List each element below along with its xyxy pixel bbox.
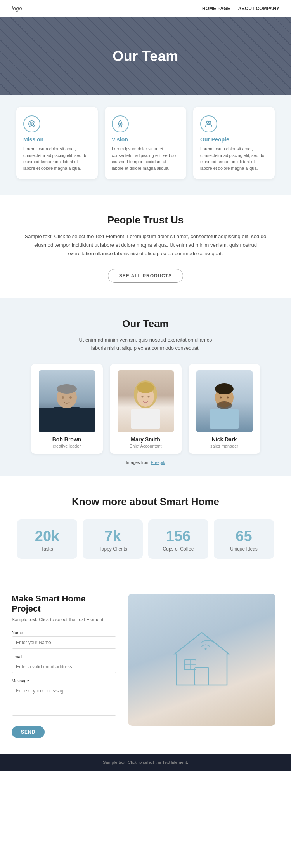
- footer-text: Sample text. Click to select the Text El…: [12, 760, 279, 765]
- rocket-icon: [112, 115, 129, 132]
- team-card-mary: Mary Smith Chief Accountant: [110, 364, 182, 454]
- freepik-note: Images from Freepik: [12, 460, 279, 465]
- svg-rect-7: [64, 407, 70, 423]
- stat-clients: 7k Happy Clients: [83, 519, 143, 559]
- clients-label: Happy Clients: [87, 546, 139, 552]
- contact-section: Make Smart Home Project Sample text. Cli…: [0, 574, 291, 754]
- nav-links: HOME PAGE ABOUT COMPANY: [202, 6, 279, 11]
- svg-point-1: [30, 122, 33, 125]
- svg-point-5: [209, 121, 211, 124]
- coffee-number: 156: [152, 528, 204, 545]
- nick-role: sales manager: [195, 444, 254, 448]
- stats-grid: 20k Tasks 7k Happy Clients 156 Cups of C…: [12, 519, 279, 559]
- message-textarea[interactable]: [12, 685, 116, 716]
- bob-photo: [39, 370, 95, 432]
- email-field-group: Email: [12, 654, 116, 673]
- name-field-group: Name: [12, 630, 116, 649]
- svg-rect-25: [195, 668, 209, 685]
- stat-tasks: 20k Tasks: [17, 519, 77, 559]
- logo: logo: [12, 5, 22, 12]
- stats-title: Know more about Smart Home: [12, 496, 279, 508]
- nav-home[interactable]: HOME PAGE: [202, 6, 230, 11]
- team-card-nick: Nick Dark sales manager: [189, 364, 260, 454]
- email-input[interactable]: [12, 661, 116, 673]
- svg-point-9: [57, 384, 77, 394]
- tasks-number: 20k: [21, 528, 73, 545]
- smart-home-image: [128, 594, 275, 726]
- trust-description: Sample text. Click to select the Text El…: [23, 232, 268, 258]
- stats-section: Know more about Smart Home 20k Tasks 7k …: [0, 476, 291, 574]
- svg-point-2: [31, 124, 32, 124]
- vision-text: Lorem ipsum dolor sit amet, consectetur …: [112, 146, 179, 171]
- vision-title: Vision: [112, 136, 179, 143]
- people-icon: [200, 115, 217, 132]
- contact-form-area: Make Smart Home Project Sample text. Cli…: [12, 594, 116, 738]
- nick-photo: [196, 370, 253, 432]
- name-label: Name: [12, 630, 116, 635]
- trust-title: People Trust Us: [23, 214, 268, 226]
- team-subtitle: Ut enim ad minim veniam, quis nostrud ex…: [72, 336, 219, 352]
- smart-home-illustration: [167, 625, 237, 695]
- ideas-number: 65: [218, 528, 270, 545]
- mission-card: Mission Lorem ipsum dolor sit amet, cons…: [16, 107, 98, 179]
- people-text: Lorem ipsum dolor sit amet, consectetur …: [200, 146, 268, 171]
- vision-card: Vision Lorem ipsum dolor sit amet, conse…: [105, 107, 186, 179]
- svg-point-10: [62, 396, 64, 399]
- trust-section: People Trust Us Sample text. Click to se…: [0, 195, 291, 298]
- svg-point-20: [215, 383, 234, 394]
- mission-text: Lorem ipsum dolor sit amet, consectetur …: [23, 146, 91, 171]
- clients-number: 7k: [87, 528, 139, 545]
- team-section: Our Team Ut enim ad minim veniam, quis n…: [0, 298, 291, 476]
- target-icon: [23, 115, 40, 132]
- contact-title: Make Smart Home Project: [12, 594, 116, 614]
- svg-point-21: [217, 401, 232, 409]
- svg-point-22: [220, 396, 222, 398]
- mary-photo: [118, 370, 174, 432]
- svg-point-15: [142, 396, 144, 397]
- email-label: Email: [12, 654, 116, 659]
- name-input[interactable]: [12, 636, 116, 649]
- svg-point-29: [205, 648, 207, 650]
- nick-name: Nick Dark: [195, 436, 254, 443]
- bob-role: creative leader: [37, 444, 97, 448]
- tasks-label: Tasks: [21, 546, 73, 552]
- navbar: logo HOME PAGE ABOUT COMPANY: [0, 0, 291, 17]
- svg-rect-6: [53, 407, 80, 429]
- nav-about[interactable]: ABOUT COMPANY: [238, 6, 279, 11]
- ideas-label: Unique Ideas: [218, 546, 270, 552]
- team-card-bob: Bob Brown creative leader: [31, 364, 103, 454]
- people-card: Our People Lorem ipsum dolor sit amet, c…: [193, 107, 275, 179]
- contact-subtitle: Sample text. Click to select the Text El…: [12, 617, 116, 622]
- mary-role: Chief Accountant: [116, 444, 175, 448]
- svg-point-11: [69, 396, 72, 399]
- mary-name: Mary Smith: [116, 436, 175, 443]
- svg-point-3: [120, 123, 121, 125]
- team-title: Our Team: [12, 318, 279, 330]
- svg-marker-24: [175, 633, 229, 685]
- team-grid: Bob Brown creative leader: [12, 364, 279, 454]
- people-title: Our People: [200, 136, 268, 143]
- message-field-group: Message: [12, 678, 116, 717]
- svg-point-0: [29, 121, 35, 127]
- coffee-label: Cups of Coffee: [152, 546, 204, 552]
- stat-coffee: 156 Cups of Coffee: [148, 519, 208, 559]
- svg-point-16: [148, 396, 150, 397]
- message-label: Message: [12, 678, 116, 683]
- footer: Sample text. Click to select the Text El…: [0, 754, 291, 771]
- svg-point-23: [227, 396, 229, 398]
- mission-title: Mission: [23, 136, 91, 143]
- svg-rect-18: [210, 409, 239, 429]
- hero-title: Our Team: [113, 48, 178, 64]
- stat-ideas: 65 Unique Ideas: [214, 519, 274, 559]
- svg-point-17: [137, 382, 154, 393]
- freepik-link[interactable]: Freepik: [151, 460, 165, 465]
- see-all-button[interactable]: SEE ALL PRODUCTS: [108, 269, 184, 283]
- send-button[interactable]: SEND: [12, 726, 45, 738]
- bob-name: Bob Brown: [37, 436, 97, 443]
- svg-point-4: [207, 121, 209, 124]
- hero-section: Our Team: [0, 17, 291, 95]
- svg-rect-12: [131, 409, 160, 429]
- cards-section: Mission Lorem ipsum dolor sit amet, cons…: [0, 95, 291, 195]
